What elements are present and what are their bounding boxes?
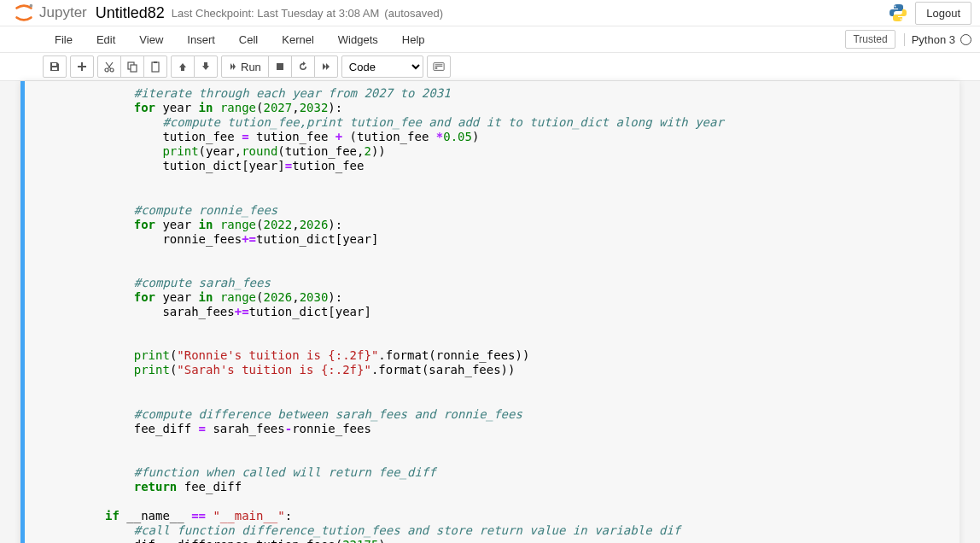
- menu-widgets[interactable]: Widgets: [326, 28, 390, 51]
- jupyter-logo[interactable]: Jupyter: [12, 1, 87, 25]
- menu-cell[interactable]: Cell: [227, 28, 270, 51]
- save-button[interactable]: [43, 55, 67, 78]
- checkpoint-status: Last Checkpoint: Last Tuesday at 3:08 AM: [172, 7, 380, 20]
- menu-help[interactable]: Help: [390, 28, 437, 51]
- cell-type-select[interactable]: Code: [341, 55, 423, 78]
- svg-rect-11: [435, 67, 437, 69]
- jupyter-text: Jupyter: [39, 4, 87, 21]
- kernel-status-icon: [960, 34, 971, 45]
- svg-point-0: [30, 4, 33, 8]
- play-icon: [229, 62, 237, 71]
- svg-rect-13: [435, 66, 442, 67]
- kernel-label: Python 3: [912, 33, 955, 46]
- trusted-indicator[interactable]: Trusted: [845, 30, 895, 49]
- move-down-button[interactable]: [194, 55, 218, 78]
- logout-button[interactable]: Logout: [915, 2, 971, 25]
- prompt-area: [25, 81, 102, 543]
- code-editor[interactable]: #iterate through each year from 2027 to …: [102, 81, 960, 543]
- paste-button[interactable]: [143, 55, 167, 78]
- svg-rect-6: [131, 65, 137, 72]
- svg-rect-7: [152, 62, 159, 72]
- svg-rect-12: [435, 64, 442, 65]
- kernel-indicator[interactable]: Python 3: [904, 33, 971, 46]
- command-palette-button[interactable]: [427, 55, 451, 78]
- jupyter-icon: [12, 1, 36, 25]
- menu-insert[interactable]: Insert: [175, 28, 227, 51]
- menubar: File Edit View Insert Cell Kernel Widget…: [0, 26, 980, 52]
- header: Jupyter Untitled82 Last Checkpoint: Last…: [0, 0, 980, 26]
- menu-view[interactable]: View: [127, 28, 175, 51]
- svg-point-1: [895, 6, 896, 8]
- notebook-area: #iterate through each year from 2027 to …: [0, 81, 980, 543]
- run-label: Run: [241, 61, 261, 73]
- copy-button[interactable]: [120, 55, 144, 78]
- move-up-button[interactable]: [171, 55, 195, 78]
- svg-point-2: [901, 19, 902, 20]
- menu-kernel[interactable]: Kernel: [270, 28, 326, 51]
- menu-edit[interactable]: Edit: [85, 28, 127, 51]
- notebook-name[interactable]: Untitled82: [96, 4, 165, 22]
- cut-button[interactable]: [97, 55, 121, 78]
- code-cell[interactable]: #iterate through each year from 2027 to …: [20, 81, 960, 543]
- interrupt-button[interactable]: [268, 55, 292, 78]
- autosave-status: (autosaved): [384, 7, 443, 20]
- toolbar: Run Code: [0, 53, 980, 81]
- add-cell-button[interactable]: [70, 55, 94, 78]
- svg-rect-9: [277, 63, 283, 70]
- restart-run-all-button[interactable]: [314, 55, 338, 78]
- restart-button[interactable]: [291, 55, 315, 78]
- run-button[interactable]: Run: [221, 55, 269, 78]
- menu-file[interactable]: File: [43, 28, 85, 51]
- python-icon: [888, 3, 908, 23]
- svg-rect-8: [154, 61, 157, 63]
